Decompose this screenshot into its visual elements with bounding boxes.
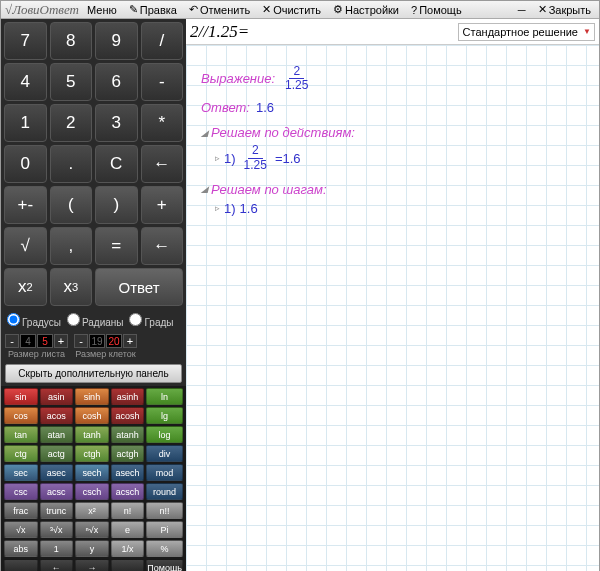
sci-csc[interactable]: csc — [4, 483, 38, 500]
key-equals[interactable]: = — [95, 227, 138, 265]
sci-abs[interactable]: abs — [4, 540, 38, 557]
rad-radio[interactable]: Радианы — [67, 313, 124, 328]
collapse-icon[interactable]: ◢ — [201, 184, 208, 194]
sci-blank — [111, 559, 145, 571]
sci-asinh[interactable]: asinh — [111, 388, 145, 405]
sci-%[interactable]: % — [146, 540, 183, 557]
sci-atan[interactable]: atan — [40, 426, 74, 443]
key-1[interactable]: 1 — [4, 104, 47, 142]
key-plusminus[interactable]: +- — [4, 186, 47, 224]
key-x2[interactable]: x2 — [4, 268, 47, 306]
sci-acos[interactable]: acos — [40, 407, 74, 424]
sci-acosh[interactable]: acosh — [111, 407, 145, 424]
sci-x²[interactable]: x² — [75, 502, 109, 519]
key-answer[interactable]: Ответ — [95, 268, 183, 306]
close-btn[interactable]: ✕ Закрыть — [534, 1, 595, 18]
sci-log[interactable]: log — [146, 426, 183, 443]
sci-y[interactable]: y — [75, 540, 109, 557]
key-lparen[interactable]: ( — [50, 186, 93, 224]
sci-ctgh[interactable]: ctgh — [75, 445, 109, 462]
sci-←[interactable]: ← — [40, 559, 74, 571]
sheet-plus[interactable]: + — [54, 334, 68, 348]
sci-actg[interactable]: actg — [40, 445, 74, 462]
sci-round[interactable]: round — [146, 483, 183, 500]
solution-dropdown[interactable]: Стандартное решение — [458, 23, 595, 41]
key-6[interactable]: 6 — [95, 63, 138, 101]
sci-sinh[interactable]: sinh — [75, 388, 109, 405]
sci-asin[interactable]: asin — [40, 388, 74, 405]
sci-frac[interactable]: frac — [4, 502, 38, 519]
minimize-btn[interactable]: ─ — [514, 2, 530, 18]
key-bksp[interactable]: ← — [141, 227, 184, 265]
sci-atanh[interactable]: atanh — [111, 426, 145, 443]
key-9[interactable]: 9 — [95, 22, 138, 60]
key-2[interactable]: 2 — [50, 104, 93, 142]
sci-acsch[interactable]: acsch — [111, 483, 145, 500]
by-steps-label: Решаем по шагам: — [211, 182, 327, 197]
sci-acsc[interactable]: acsc — [40, 483, 74, 500]
sci-→[interactable]: → — [75, 559, 109, 571]
cell-minus[interactable]: - — [74, 334, 88, 348]
key-minus[interactable]: - — [141, 63, 184, 101]
undo-btn[interactable]: ↶ Отменить — [185, 1, 254, 18]
sci-lg[interactable]: lg — [146, 407, 183, 424]
key-multiply[interactable]: * — [141, 104, 184, 142]
key-rparen[interactable]: ) — [95, 186, 138, 224]
key-clear[interactable]: C — [95, 145, 138, 183]
sheet-minus[interactable]: - — [5, 334, 19, 348]
sci-ctg[interactable]: ctg — [4, 445, 38, 462]
sci-Помощь[interactable]: Помощь — [146, 559, 183, 571]
sci-div[interactable]: div — [146, 445, 183, 462]
hide-extra-panel[interactable]: Скрыть дополнительную панель — [5, 364, 182, 383]
sci-asec[interactable]: asec — [40, 464, 74, 481]
key-4[interactable]: 4 — [4, 63, 47, 101]
key-dot[interactable]: . — [50, 145, 93, 183]
edit-btn[interactable]: ✎ Правка — [125, 1, 181, 18]
sci-1/x[interactable]: 1/x — [111, 540, 145, 557]
sci-sech[interactable]: sech — [75, 464, 109, 481]
key-back[interactable]: ← — [141, 145, 184, 183]
key-sqrt[interactable]: √ — [4, 227, 47, 265]
sci-³√x[interactable]: ³√x — [40, 521, 74, 538]
sci-asech[interactable]: asech — [111, 464, 145, 481]
grad-radio[interactable]: Грады — [129, 313, 173, 328]
sci-e[interactable]: e — [111, 521, 145, 538]
key-7[interactable]: 7 — [4, 22, 47, 60]
bullet-icon: ▹ — [215, 153, 220, 163]
sci-ln[interactable]: ln — [146, 388, 183, 405]
sci-cos[interactable]: cos — [4, 407, 38, 424]
menu-btn[interactable]: Меню — [83, 2, 121, 18]
key-x3[interactable]: x3 — [50, 268, 93, 306]
sci-csch[interactable]: csch — [75, 483, 109, 500]
key-divide[interactable]: / — [141, 22, 184, 60]
right-panel: 2//1.25= Стандартное решение Выражение: … — [186, 19, 599, 571]
key-0[interactable]: 0 — [4, 145, 47, 183]
sci-trunc[interactable]: trunc — [40, 502, 74, 519]
sci-Pi[interactable]: Pi — [146, 521, 183, 538]
sci-cosh[interactable]: cosh — [75, 407, 109, 424]
key-3[interactable]: 3 — [95, 104, 138, 142]
key-8[interactable]: 8 — [50, 22, 93, 60]
sci-√x[interactable]: √x — [4, 521, 38, 538]
sci-actgh[interactable]: actgh — [111, 445, 145, 462]
help-btn[interactable]: ? Помощь — [407, 2, 466, 18]
sci-sec[interactable]: sec — [4, 464, 38, 481]
cell-plus[interactable]: + — [123, 334, 137, 348]
deg-radio[interactable]: Градусы — [7, 313, 61, 328]
expression-input[interactable]: 2//1.25= — [190, 22, 458, 42]
sci-n!![interactable]: n!! — [146, 502, 183, 519]
settings-btn[interactable]: ⚙ Настройки — [329, 1, 403, 18]
key-plus[interactable]: + — [141, 186, 184, 224]
sci-tanh[interactable]: tanh — [75, 426, 109, 443]
key-comma[interactable]: , — [50, 227, 93, 265]
collapse-icon[interactable]: ◢ — [201, 128, 208, 138]
sci-ⁿ√x[interactable]: ⁿ√x — [75, 521, 109, 538]
sci-mod[interactable]: mod — [146, 464, 183, 481]
sci-1[interactable]: 1 — [40, 540, 74, 557]
key-5[interactable]: 5 — [50, 63, 93, 101]
sci-n![interactable]: n! — [111, 502, 145, 519]
sheet-val-1: 4 — [20, 334, 36, 348]
sci-tan[interactable]: tan — [4, 426, 38, 443]
clear-btn[interactable]: ✕ Очистить — [258, 1, 325, 18]
sci-sin[interactable]: sin — [4, 388, 38, 405]
